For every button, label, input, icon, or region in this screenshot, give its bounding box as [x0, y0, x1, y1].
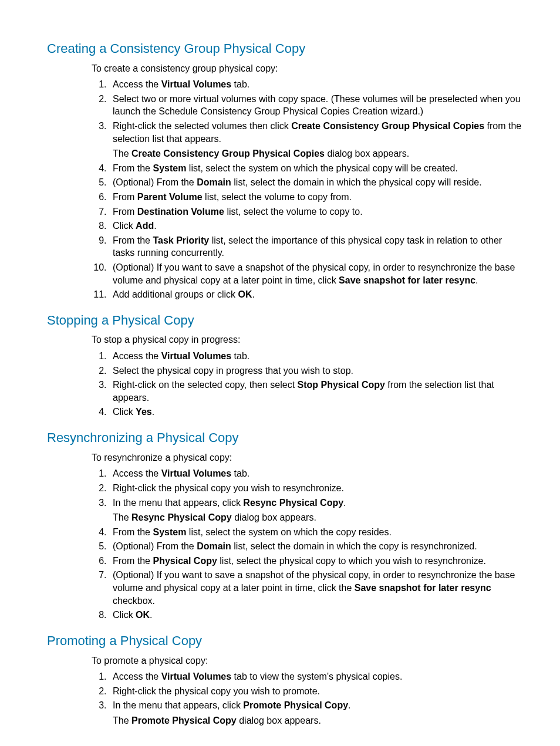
step-item: From Parent Volume list, select the volu…	[109, 191, 525, 204]
step-list: Access the Virtual Volumes tab to view t…	[92, 670, 525, 727]
step-item: From the Physical Copy list, select the …	[109, 555, 525, 568]
step-item: Click Add.	[109, 220, 525, 232]
document-body: Creating a Consistency Group Physical Co…	[47, 40, 525, 727]
step-item: Select the physical copy in progress tha…	[109, 364, 525, 377]
step-item: Right-click the physical copy you wish t…	[109, 482, 525, 495]
step-item: From the System list, select the system …	[109, 162, 525, 175]
section-heading: Stopping a Physical Copy	[47, 312, 525, 329]
section-heading: Promoting a Physical Copy	[47, 632, 525, 650]
step-list: Access the Virtual Volumes tab.Right-cli…	[92, 467, 525, 622]
step-item: Right-click the selected volumes then cl…	[109, 120, 525, 160]
step-sub: The Resync Physical Copy dialog box appe…	[113, 511, 525, 524]
section-intro: To resynchronize a physical copy:	[92, 451, 525, 464]
section-heading: Creating a Consistency Group Physical Co…	[47, 40, 525, 58]
step-item: In the menu that appears, click Resync P…	[109, 497, 525, 524]
step-item: (Optional) If you want to save a snapsho…	[109, 569, 525, 607]
section-intro: To stop a physical copy in progress:	[92, 333, 525, 346]
step-item: From the System list, select the system …	[109, 526, 525, 539]
step-item: Access the Virtual Volumes tab to view t…	[109, 670, 525, 683]
step-list: Access the Virtual Volumes tab.Select th…	[92, 350, 525, 418]
step-item: From the Task Priority list, select the …	[109, 234, 525, 259]
step-item: (Optional) If you want to save a snapsho…	[109, 261, 525, 286]
step-item: (Optional) From the Domain list, select …	[109, 540, 525, 553]
step-item: Access the Virtual Volumes tab.	[109, 78, 525, 91]
section-intro: To create a consistency group physical c…	[92, 62, 525, 75]
step-item: Click Yes.	[109, 406, 525, 418]
step-item: (Optional) From the Domain list, select …	[109, 176, 525, 189]
step-item: Right-click the physical copy you wish t…	[109, 685, 525, 698]
step-item: Click OK.	[109, 609, 525, 622]
step-sub: The Create Consistency Group Physical Co…	[113, 147, 525, 160]
step-item: From Destination Volume list, select the…	[109, 205, 525, 218]
section-heading: Resynchronizing a Physical Copy	[47, 429, 525, 447]
step-item: Select two or more virtual volumes with …	[109, 93, 525, 118]
step-list: Access the Virtual Volumes tab.Select tw…	[92, 78, 525, 301]
step-item: Right-click on the selected copy, then s…	[109, 379, 525, 404]
step-sub: The Promote Physical Copy dialog box app…	[113, 714, 525, 727]
step-item: In the menu that appears, click Promote …	[109, 699, 525, 727]
step-item: Access the Virtual Volumes tab.	[109, 350, 525, 363]
step-item: Access the Virtual Volumes tab.	[109, 467, 525, 480]
section-intro: To promote a physical copy:	[92, 654, 525, 667]
step-item: Add additional groups or click OK.	[109, 288, 525, 301]
